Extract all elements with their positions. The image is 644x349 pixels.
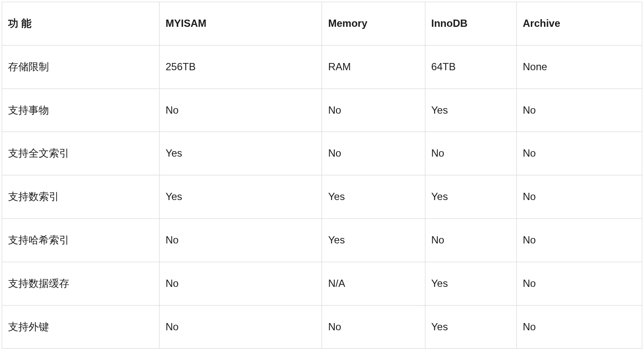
cell-archive: No: [516, 175, 642, 219]
table-row: 支持数索引 Yes Yes Yes No: [2, 175, 642, 219]
cell-archive: No: [516, 132, 642, 175]
cell-memory: No: [322, 89, 425, 132]
cell-memory: Yes: [322, 218, 425, 262]
cell-innodb: No: [425, 132, 516, 175]
cell-archive: No: [516, 262, 642, 305]
cell-feature: 支持哈希索引: [2, 218, 160, 262]
header-memory: Memory: [322, 2, 425, 46]
cell-myisam: No: [160, 218, 322, 262]
cell-innodb: 64TB: [425, 45, 516, 89]
cell-innodb: Yes: [425, 89, 516, 132]
cell-innodb: Yes: [425, 175, 516, 219]
cell-memory: N/A: [322, 262, 425, 305]
storage-engine-comparison-table: 功 能 MYISAM Memory InnoDB Archive 存储限制 25…: [2, 2, 642, 349]
table-row: 支持哈希索引 No Yes No No: [2, 218, 642, 262]
cell-memory: No: [322, 132, 425, 175]
table-row: 支持数据缓存 No N/A Yes No: [2, 262, 642, 305]
table-header-row: 功 能 MYISAM Memory InnoDB Archive: [2, 2, 642, 46]
table-row: 存储限制 256TB RAM 64TB None: [2, 45, 642, 89]
cell-memory: Yes: [322, 175, 425, 219]
cell-archive: None: [516, 45, 642, 89]
cell-innodb: No: [425, 218, 516, 262]
cell-feature: 支持事物: [2, 89, 160, 132]
cell-myisam: 256TB: [160, 45, 322, 89]
cell-myisam: Yes: [160, 175, 322, 219]
header-innodb: InnoDB: [425, 2, 516, 46]
cell-memory: No: [322, 305, 425, 349]
cell-archive: No: [516, 218, 642, 262]
header-feature: 功 能: [2, 2, 160, 46]
cell-feature: 支持数据缓存: [2, 262, 160, 305]
cell-myisam: No: [160, 89, 322, 132]
table-row: 支持全文索引 Yes No No No: [2, 132, 642, 175]
cell-memory: RAM: [322, 45, 425, 89]
cell-myisam: Yes: [160, 132, 322, 175]
cell-archive: No: [516, 305, 642, 349]
header-archive: Archive: [516, 2, 642, 46]
cell-feature: 支持数索引: [2, 175, 160, 219]
table-row: 支持事物 No No Yes No: [2, 89, 642, 132]
cell-myisam: No: [160, 262, 322, 305]
header-myisam: MYISAM: [160, 2, 322, 46]
cell-myisam: No: [160, 305, 322, 349]
table-row: 支持外键 No No Yes No: [2, 305, 642, 349]
cell-feature: 支持全文索引: [2, 132, 160, 175]
cell-innodb: Yes: [425, 305, 516, 349]
cell-feature: 存储限制: [2, 45, 160, 89]
cell-archive: No: [516, 89, 642, 132]
cell-innodb: Yes: [425, 262, 516, 305]
cell-feature: 支持外键: [2, 305, 160, 349]
